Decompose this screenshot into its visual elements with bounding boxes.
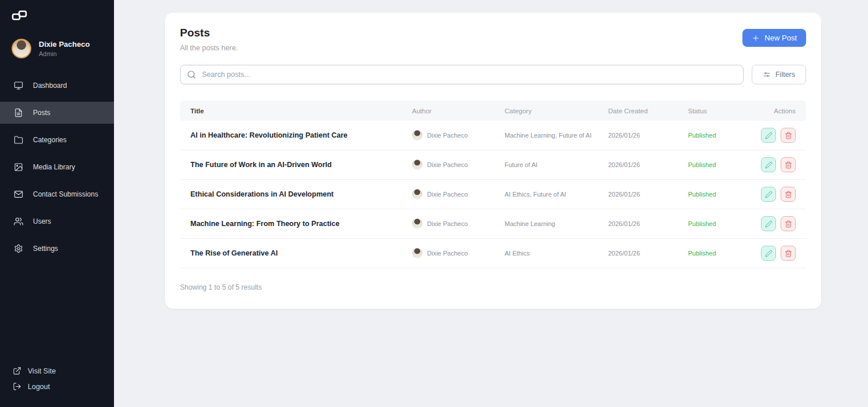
column-header-status: Status: [688, 108, 749, 114]
author-avatar: [412, 160, 422, 170]
results-summary: Showing 1 to 5 of 5 results: [180, 283, 806, 291]
sidebar-item-posts[interactable]: Posts: [0, 102, 114, 124]
status-badge: Published: [688, 220, 749, 227]
new-post-button[interactable]: New Post: [742, 29, 806, 47]
card-header: Posts All the posts here. New Post: [180, 27, 806, 52]
row-actions: [749, 157, 796, 172]
post-title: The Future of Work in an AI-Driven World: [190, 161, 412, 169]
main-content: Posts All the posts here. New Post Filte…: [114, 0, 868, 407]
sidebar-item-settings[interactable]: Settings: [0, 238, 114, 260]
column-header-actions: Actions: [749, 108, 796, 114]
filters-label: Filters: [775, 71, 795, 79]
post-author: Dixie Pacheco: [412, 248, 505, 258]
filters-button[interactable]: Filters: [752, 65, 806, 84]
edit-button[interactable]: [761, 157, 776, 172]
mail-icon: [14, 190, 23, 199]
sidebar-item-users[interactable]: Users: [0, 210, 114, 232]
author-avatar: [412, 248, 422, 258]
posts-card: Posts All the posts here. New Post Filte…: [165, 13, 821, 309]
status-badge: Published: [688, 250, 749, 257]
row-actions: [749, 187, 796, 202]
delete-button[interactable]: [781, 187, 796, 202]
post-author: Dixie Pacheco: [412, 130, 505, 140]
post-date-created: 2026/01/26: [608, 132, 688, 139]
edit-button[interactable]: [761, 246, 776, 261]
author-name: Dixie Pacheco: [427, 220, 468, 227]
plus-icon: [752, 34, 760, 42]
sidebar-spacer: [0, 265, 114, 363]
edit-button[interactable]: [761, 128, 776, 143]
search-input[interactable]: [180, 65, 744, 84]
post-date-created: 2026/01/26: [608, 250, 688, 257]
row-actions: [749, 128, 796, 143]
sidebar-item-categories[interactable]: Categories: [0, 129, 114, 151]
row-actions: [749, 246, 796, 261]
status-badge: Published: [688, 132, 749, 139]
trash-icon: [785, 250, 792, 257]
edit-button[interactable]: [761, 216, 776, 231]
user-avatar: [12, 39, 31, 58]
trash-icon: [785, 132, 792, 139]
column-header-category: Category: [505, 108, 608, 114]
post-author: Dixie Pacheco: [412, 189, 505, 199]
logout-label: Logout: [28, 383, 50, 391]
sidebar-footer: Visit Site Logout: [0, 363, 114, 407]
sidebar-item-label: Dashboard: [33, 82, 67, 90]
sidebar-item-dashboard[interactable]: Dashboard: [0, 75, 114, 97]
author-name: Dixie Pacheco: [427, 250, 468, 257]
author-name: Dixie Pacheco: [427, 161, 468, 168]
edit-button[interactable]: [761, 187, 776, 202]
monitor-icon: [14, 81, 23, 90]
delete-button[interactable]: [781, 128, 796, 143]
post-title: Machine Learning: From Theory to Practic…: [190, 220, 412, 228]
table-row: The Rise of Generative AI Dixie Pacheco …: [180, 239, 806, 268]
page-subtitle: All the posts here.: [180, 44, 238, 52]
sidebar-item-media-library[interactable]: Media Library: [0, 156, 114, 178]
table-row: AI in Healthcare: Revolutionizing Patien…: [180, 121, 806, 150]
user-role: Admin: [39, 50, 90, 57]
author-name: Dixie Pacheco: [427, 132, 468, 139]
row-actions: [749, 216, 796, 231]
trash-icon: [785, 161, 792, 169]
toolbar: Filters: [180, 65, 806, 84]
column-header-author: Author: [412, 108, 505, 114]
post-title: AI in Healthcare: Revolutionizing Patien…: [190, 131, 412, 139]
post-date-created: 2026/01/26: [608, 191, 688, 198]
trash-icon: [785, 220, 792, 228]
search-box: [180, 65, 744, 84]
logout-link[interactable]: Logout: [13, 379, 114, 394]
delete-button[interactable]: [781, 246, 796, 261]
table-row: Ethical Considerations in AI Development…: [180, 180, 806, 209]
sidebar-item-label: Settings: [33, 245, 58, 253]
link-logo-icon: [12, 9, 27, 21]
post-category: AI Ethics, Future of AI: [505, 191, 608, 198]
delete-button[interactable]: [781, 157, 796, 172]
table-header-row: Title Author Category Date Created Statu…: [180, 101, 806, 121]
external-link-icon: [13, 367, 21, 375]
pencil-icon: [765, 132, 773, 139]
post-category: AI Ethics: [505, 250, 608, 257]
post-date-created: 2026/01/26: [608, 161, 688, 168]
post-category: Machine Learning, Future of AI: [505, 132, 608, 139]
post-category: Machine Learning: [505, 220, 608, 227]
new-post-label: New Post: [764, 34, 797, 42]
pencil-icon: [765, 191, 773, 198]
sidebar-item-label: Contact Submissions: [33, 190, 98, 198]
delete-button[interactable]: [781, 216, 796, 231]
page-title: Posts: [180, 27, 238, 39]
user-profile: Dixie Pacheco Admin: [0, 24, 114, 70]
post-author: Dixie Pacheco: [412, 160, 505, 170]
status-badge: Published: [688, 161, 749, 168]
sidebar-item-contact-submissions[interactable]: Contact Submissions: [0, 183, 114, 205]
post-title: Ethical Considerations in AI Development: [190, 190, 412, 198]
post-author: Dixie Pacheco: [412, 219, 505, 229]
gear-icon: [14, 244, 23, 253]
users-icon: [14, 217, 23, 226]
pencil-icon: [765, 250, 773, 257]
column-header-title: Title: [190, 108, 412, 114]
visit-site-label: Visit Site: [28, 367, 56, 375]
post-date-created: 2026/01/26: [608, 220, 688, 227]
logout-icon: [13, 382, 21, 391]
visit-site-link[interactable]: Visit Site: [13, 363, 114, 379]
author-avatar: [412, 189, 422, 199]
